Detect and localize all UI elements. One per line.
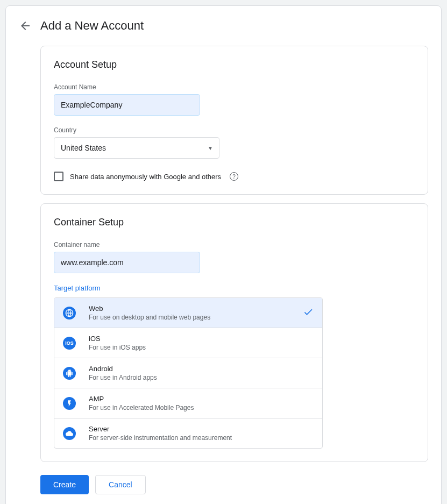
platform-name: Web (89, 304, 314, 313)
help-icon[interactable]: ? (230, 172, 238, 181)
account-setup-card: Account Setup Account Name Country Unite… (40, 46, 428, 195)
country-select[interactable]: United States (54, 137, 219, 159)
account-name-input[interactable] (54, 94, 200, 116)
platform-name: Server (89, 425, 314, 433)
header-row: Add a New Account (19, 19, 428, 33)
platform-desc: For server-side instrumentation and meas… (89, 434, 314, 442)
share-data-row: Share data anonymously with Google and o… (54, 172, 415, 181)
platform-item-android[interactable]: Android For use in Android apps (54, 358, 322, 388)
platform-name: Android (89, 365, 314, 373)
ios-icon: iOS (63, 337, 76, 350)
container-setup-title: Container Setup (54, 217, 415, 228)
platform-desc: For use in iOS apps (89, 344, 314, 351)
cancel-button[interactable]: Cancel (95, 475, 146, 494)
country-label: Country (54, 126, 415, 134)
platform-item-web[interactable]: Web For use on desktop and mobile web pa… (54, 298, 322, 328)
add-account-panel: Add a New Account Account Setup Account … (5, 5, 442, 504)
platform-name: iOS (89, 335, 314, 343)
platform-name: AMP (89, 395, 314, 403)
container-name-input[interactable] (54, 252, 200, 273)
share-data-label: Share data anonymously with Google and o… (70, 173, 221, 181)
container-name-field: Container name (54, 241, 415, 273)
server-icon (63, 427, 76, 440)
back-arrow-icon[interactable] (19, 19, 32, 32)
button-row: Create Cancel (40, 475, 428, 494)
account-name-field: Account Name (54, 83, 415, 116)
android-icon (63, 367, 76, 380)
target-platform-label: Target platform (54, 284, 415, 292)
account-setup-title: Account Setup (54, 59, 415, 70)
create-button[interactable]: Create (40, 475, 89, 494)
container-setup-card: Container Setup Container name Target pl… (40, 203, 428, 462)
platform-list: Web For use on desktop and mobile web pa… (54, 297, 323, 449)
platform-item-server[interactable]: Server For server-side instrumentation a… (54, 418, 322, 448)
container-name-label: Container name (54, 241, 415, 249)
platform-item-ios[interactable]: iOS iOS For use in iOS apps (54, 328, 322, 358)
page-title: Add a New Account (40, 19, 144, 33)
web-icon (63, 307, 76, 320)
checkmark-icon (303, 307, 314, 320)
share-data-checkbox[interactable] (54, 172, 63, 181)
platform-desc: For use in Android apps (89, 374, 314, 381)
platform-desc: For use on desktop and mobile web pages (89, 314, 314, 321)
platform-desc: For use in Accelerated Mobile Pages (89, 404, 314, 411)
amp-icon (63, 397, 76, 410)
platform-item-amp[interactable]: AMP For use in Accelerated Mobile Pages (54, 388, 322, 418)
country-field: Country United States ▼ (54, 126, 415, 159)
account-name-label: Account Name (54, 83, 415, 91)
